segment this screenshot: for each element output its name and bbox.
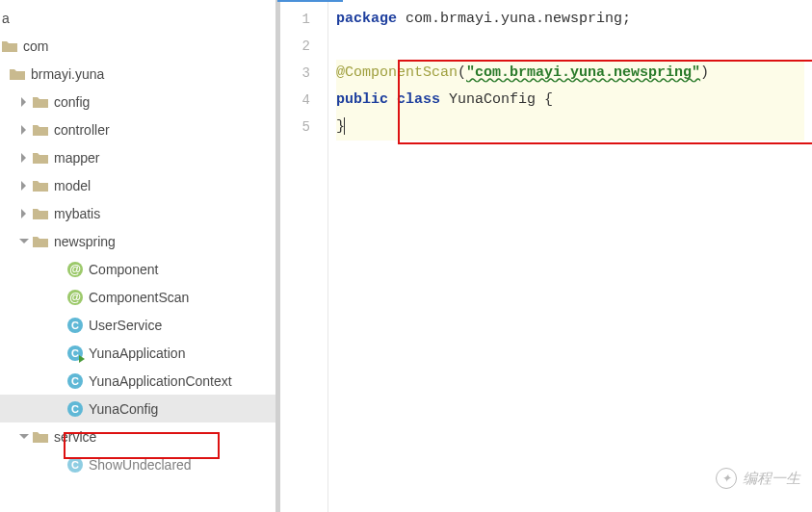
folder-icon xyxy=(33,207,48,220)
folder-icon xyxy=(10,67,25,81)
tree-node-component[interactable]: @ Component xyxy=(0,255,275,283)
class-icon: C xyxy=(67,401,83,417)
code-line-2 xyxy=(336,33,804,60)
tree-label: YunaApplicationContext xyxy=(89,373,232,389)
tree-label: YunaApplication xyxy=(89,346,185,361)
tree-node-config[interactable]: config xyxy=(0,88,275,115)
chevron-right-icon[interactable] xyxy=(17,151,31,165)
tree-label: mybatis xyxy=(54,206,100,221)
watermark-text: 编程一生 xyxy=(743,470,800,488)
folder-icon xyxy=(2,39,17,53)
tree-node-mybatis[interactable]: mybatis xyxy=(0,199,275,227)
tree-label: newspring xyxy=(54,234,116,249)
editor-area: 1 2 3 4 5 package com.brmayi.yuna.newspr… xyxy=(277,0,812,512)
folder-icon xyxy=(33,123,48,137)
tree-label: YunaConfig xyxy=(89,401,158,417)
tree-node-showundeclared[interactable]: C ShowUndeclared xyxy=(0,450,275,478)
tree-label: model xyxy=(54,178,91,193)
line-number: 3 xyxy=(280,60,327,87)
tree-node-mapper[interactable]: mapper xyxy=(0,143,275,171)
chevron-right-icon[interactable] xyxy=(17,123,31,137)
folder-icon xyxy=(33,151,48,165)
tree-node-yunaconfig[interactable]: C YunaConfig xyxy=(0,395,275,422)
tree-label: ShowUndeclared xyxy=(89,457,192,473)
line-number: 2 xyxy=(280,33,327,60)
annotation-icon: @ xyxy=(67,290,83,305)
wechat-icon: ✦ xyxy=(716,468,737,489)
class-icon: C xyxy=(67,318,83,333)
class-icon: C xyxy=(67,457,83,473)
tree-label: config xyxy=(54,94,90,110)
tree-node-model[interactable]: model xyxy=(0,171,275,199)
chevron-right-icon[interactable] xyxy=(17,179,31,192)
tree-node-a[interactable]: a xyxy=(0,4,275,32)
annotation-icon: @ xyxy=(67,262,83,277)
code-line-1: package com.brmayi.yuna.newspring; xyxy=(336,6,804,33)
folder-icon xyxy=(33,235,48,248)
chevron-right-icon[interactable] xyxy=(17,95,31,109)
tree-label: ComponentScan xyxy=(89,290,189,305)
tree-node-com[interactable]: com xyxy=(0,32,275,60)
class-icon: C xyxy=(67,373,83,389)
tree-label: Component xyxy=(89,262,158,277)
project-tree: a com brmayi.yuna config controller mapp… xyxy=(0,0,277,512)
code-line-5: } xyxy=(336,114,804,141)
folder-icon xyxy=(33,179,48,192)
tree-label: a xyxy=(2,11,10,26)
folder-icon xyxy=(33,430,48,444)
tree-label: controller xyxy=(54,122,110,138)
tree-label: UserService xyxy=(89,318,162,333)
tree-label: brmayi.yuna xyxy=(31,66,104,82)
line-number: 1 xyxy=(280,6,327,33)
class-runnable-icon: C xyxy=(67,346,83,361)
chevron-right-icon[interactable] xyxy=(17,207,31,220)
editor-content[interactable]: package com.brmayi.yuna.newspring; @Comp… xyxy=(328,0,812,512)
tree-node-userservice[interactable]: C UserService xyxy=(0,311,275,339)
editor-gutter: 1 2 3 4 5 xyxy=(280,0,328,512)
editor-cursor xyxy=(344,117,345,135)
tree-label: com xyxy=(23,38,48,54)
chevron-down-icon[interactable] xyxy=(17,235,31,248)
code-line-4: public class YunaConfig { xyxy=(336,87,804,114)
tree-node-newspring[interactable]: newspring xyxy=(0,227,275,255)
tree-node-service[interactable]: service xyxy=(0,422,275,450)
tree-node-componentscan[interactable]: @ ComponentScan xyxy=(0,283,275,311)
watermark: ✦ 编程一生 xyxy=(716,468,800,489)
tree-node-controller[interactable]: controller xyxy=(0,115,275,143)
tree-node-brmayi-yuna[interactable]: brmayi.yuna xyxy=(0,60,275,88)
chevron-down-icon[interactable] xyxy=(17,430,31,444)
tree-label: service xyxy=(54,429,96,445)
tree-node-yunaapplication[interactable]: C YunaApplication xyxy=(0,339,275,367)
tree-label: mapper xyxy=(54,150,99,166)
active-tab-indicator xyxy=(277,0,343,2)
folder-icon xyxy=(33,95,48,109)
code-line-3: @ComponentScan("com.brmayi.yuna.newsprin… xyxy=(336,60,804,87)
line-number: 4 xyxy=(280,87,327,114)
tree-node-yunaapplicationcontext[interactable]: C YunaApplicationContext xyxy=(0,367,275,395)
line-number: 5 xyxy=(280,114,327,141)
